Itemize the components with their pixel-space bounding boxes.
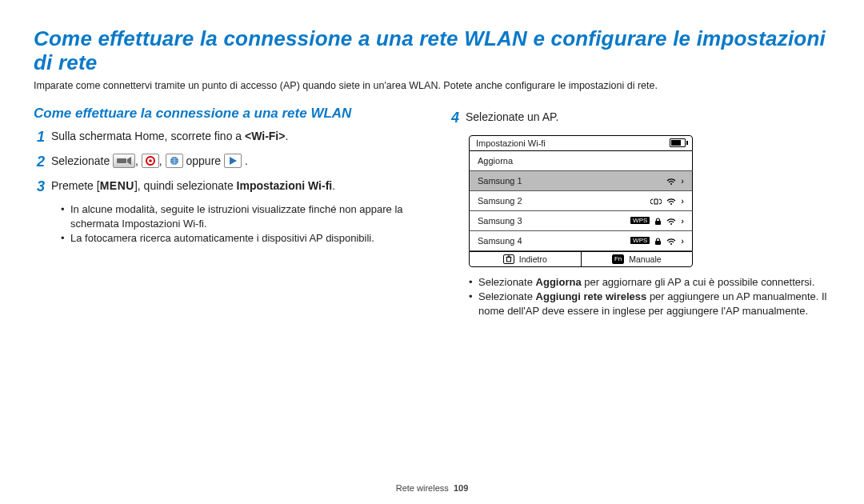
step-3: 3 Premete [MENU], quindi selezionate Imp…: [34, 178, 416, 199]
svg-rect-11: [655, 241, 661, 245]
step-text: Selezionate: [51, 154, 113, 167]
menu-button-label: MENU: [100, 179, 134, 192]
wifi-literal: <Wi-Fi>: [245, 130, 285, 142]
svg-rect-13: [506, 258, 510, 262]
battery-icon: [670, 138, 686, 147]
list-item: Selezionate Aggiorna per aggiornare gli …: [469, 275, 830, 290]
svg-point-3: [149, 159, 152, 162]
svg-point-12: [670, 243, 672, 245]
remote-viewfinder-icon: [113, 154, 135, 168]
svg-rect-7: [654, 199, 658, 204]
adhoc-icon: [650, 196, 662, 206]
wifi-icon: [666, 236, 676, 246]
svg-marker-1: [127, 157, 131, 165]
ap-label: Samsung 3: [478, 216, 522, 226]
step-text: Sulla schermata Home, scorrete fino a: [51, 130, 245, 142]
step-1: 1 Sulla schermata Home, scorrete fino a …: [34, 128, 416, 150]
wifi-icon: [666, 216, 676, 226]
lock-icon: [654, 236, 662, 246]
step-text: Selezionate un AP.: [466, 109, 830, 130]
step-2: 2 Selezionate , , oppure .: [34, 153, 416, 174]
list-item: La fotocamera ricerca automaticamente i …: [61, 231, 416, 246]
list-item: Selezionate Aggiungi rete wireless per a…: [469, 290, 830, 318]
svg-rect-0: [117, 158, 126, 163]
step-4-subnotes: Selezionate Aggiorna per aggiornare gli …: [469, 275, 830, 319]
svg-marker-5: [230, 157, 237, 165]
ap-label: Aggiorna: [478, 156, 513, 166]
wifi-settings-literal: Impostazioni Wi-fi: [237, 179, 333, 192]
step-4: 4 Selezionate un AP.: [448, 109, 830, 130]
lock-icon: [654, 216, 662, 226]
camera-screen: Impostazioni Wi-fi Aggiorna Samsung 1 › …: [469, 135, 693, 267]
wifi-icon: [666, 176, 676, 186]
fn-icon: Fn: [612, 254, 624, 264]
step-text: oppure: [186, 154, 224, 167]
chevron-right-icon: ›: [681, 236, 684, 246]
samsung-link-icon: [224, 154, 242, 168]
ap-label: Samsung 2: [478, 196, 522, 206]
svg-rect-9: [655, 221, 661, 225]
svg-point-8: [670, 203, 672, 205]
step-number: 1: [34, 126, 45, 148]
cloud-icon: [166, 154, 183, 168]
screen-title: Impostazioni Wi-fi: [476, 138, 546, 148]
ap-row[interactable]: Samsung 1 ›: [469, 171, 693, 191]
step-3-subnotes: In alcune modalità, seguite le istruzion…: [61, 202, 416, 246]
step-number: 4: [448, 107, 459, 129]
chevron-right-icon: ›: [681, 196, 684, 206]
ap-label: Samsung 1: [478, 176, 522, 186]
page-title: Come effettuare la connessione a una ret…: [34, 27, 830, 75]
page-footer: Rete wireless 109: [0, 483, 864, 493]
ap-row[interactable]: Samsung 2 ›: [469, 191, 693, 211]
chevron-right-icon: ›: [681, 216, 684, 226]
ap-row-refresh[interactable]: Aggiorna: [469, 151, 693, 171]
auto-backup-icon: [142, 154, 159, 168]
svg-point-10: [670, 223, 672, 225]
section-title: Come effettuare la connessione a una ret…: [34, 106, 416, 122]
screen-manual-label: Manuale: [629, 254, 661, 264]
ap-row[interactable]: Samsung 3 WPS ›: [469, 211, 693, 231]
screen-back-label: Indietro: [519, 254, 547, 264]
wps-icon: WPS: [630, 217, 650, 224]
intro-text: Imparate come connettervi tramite un pun…: [34, 80, 830, 91]
svg-point-6: [670, 183, 672, 185]
chevron-right-icon: ›: [681, 176, 684, 186]
step-number: 3: [34, 176, 45, 198]
ap-row[interactable]: Samsung 4 WPS ›: [469, 231, 693, 251]
footer-page-number: 109: [454, 483, 468, 493]
screen-manual-button[interactable]: Fn Manuale: [581, 252, 693, 266]
step-number: 2: [34, 151, 45, 173]
wifi-icon: [666, 196, 676, 206]
wps-icon: WPS: [630, 237, 650, 244]
footer-section: Rete wireless: [396, 483, 449, 493]
screen-back-button[interactable]: Indietro: [470, 252, 581, 266]
list-item: In alcune modalità, seguite le istruzion…: [61, 202, 416, 231]
ap-label: Samsung 4: [478, 236, 522, 246]
trash-icon: [503, 254, 514, 264]
